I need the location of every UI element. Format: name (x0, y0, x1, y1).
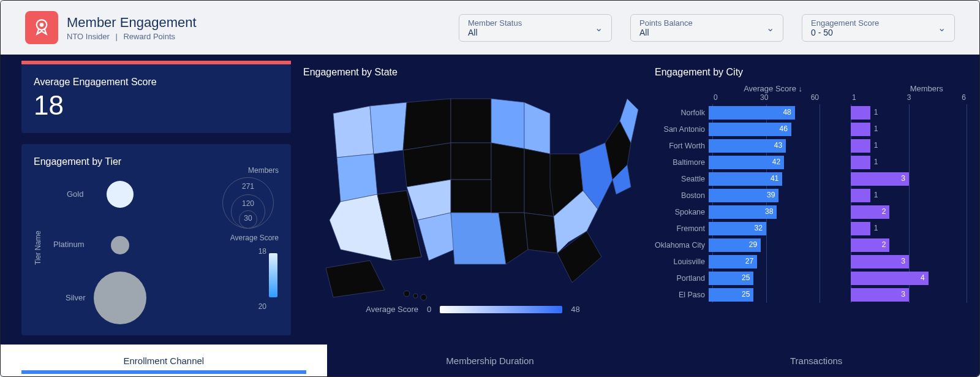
tier-axis-label: Tier Name (34, 173, 42, 322)
bubble-gold[interactable] (107, 181, 134, 208)
city-row[interactable]: El Paso253 (655, 286, 967, 303)
members-bar[interactable]: 3 (851, 172, 909, 186)
us-map-chart[interactable] (303, 84, 643, 305)
members-bar[interactable]: 4 (851, 272, 929, 285)
map-legend-max: 48 (571, 305, 579, 314)
city-row[interactable]: Fremont321 (655, 220, 967, 237)
members-value: 2 (882, 207, 886, 216)
members-value: 3 (901, 174, 905, 183)
members-bar[interactable]: 1 (851, 189, 870, 202)
city-score-cell: 42 (709, 156, 816, 169)
city-title: Engagement by City (655, 67, 967, 78)
score-value: 48 (783, 108, 791, 116)
members-bar[interactable]: 1 (851, 123, 870, 136)
city-members-cell: 3 (851, 255, 967, 268)
score-bar[interactable]: 48 (709, 106, 795, 120)
members-bar[interactable]: 2 (851, 238, 889, 252)
city-members-cell: 3 (851, 288, 967, 302)
axis-tick: 30 (760, 93, 768, 102)
members-value: 3 (901, 290, 905, 299)
score-bar[interactable]: 29 (709, 238, 761, 252)
filter-member-status[interactable]: Member Status All ⌄ (459, 14, 612, 42)
tier-label-silver: Silver (66, 293, 86, 302)
map-legend: Average Score 0 48 (303, 305, 643, 314)
score-value: 41 (771, 174, 778, 183)
tab-transactions[interactable]: Transactions (653, 345, 979, 376)
score-bar[interactable]: 25 (709, 272, 753, 285)
score-value: 25 (742, 273, 750, 282)
score-bar[interactable]: 42 (709, 156, 784, 169)
city-row[interactable]: Fort Worth431 (655, 137, 967, 154)
score-bar[interactable]: 38 (709, 205, 777, 219)
tab-enrollment-channel[interactable]: Enrollment Channel (1, 345, 327, 376)
members-value: 1 (874, 158, 878, 166)
city-members-cell: 1 (851, 156, 967, 169)
score-bar[interactable]: 46 (709, 123, 791, 136)
app-badge-icon (25, 11, 58, 44)
tier-title: Engagement by Tier (34, 156, 279, 167)
city-score-cell: 27 (709, 255, 816, 268)
city-axis: 0 30 60 1 3 6 (655, 93, 967, 102)
bubble-silver[interactable] (94, 272, 146, 324)
score-bar[interactable]: 27 (709, 255, 757, 268)
tier-bubble-chart[interactable]: Gold Platinum Silver (42, 173, 217, 322)
score-value: 46 (780, 124, 788, 133)
city-header: Average Score ↓ Members (655, 84, 967, 93)
city-row[interactable]: Seattle413 (655, 170, 967, 187)
city-name: Louisville (655, 257, 709, 266)
city-members-cell: 1 (851, 106, 967, 120)
chevron-down-icon: ⌄ (938, 22, 946, 34)
city-row[interactable]: Louisville273 (655, 253, 967, 270)
city-row[interactable]: Norfolk481 (655, 104, 967, 121)
city-members-cell: 1 (851, 139, 967, 153)
score-bar[interactable]: 32 (709, 222, 766, 235)
members-bar[interactable]: 1 (851, 139, 870, 153)
city-members-cell: 2 (851, 205, 967, 219)
city-name: Spokane (655, 208, 709, 216)
filter-engagement-score[interactable]: Engagement Score 0 - 50 ⌄ (802, 14, 955, 42)
ring-label: 271 (222, 182, 274, 191)
page-title-block: Member Engagement NTO Insider | Reward P… (67, 15, 197, 41)
subtitle-a: NTO Insider (67, 32, 110, 41)
city-row[interactable]: San Antonio461 (655, 121, 967, 137)
members-value: 4 (921, 273, 925, 282)
members-bar[interactable]: 1 (851, 222, 870, 235)
score-bar[interactable]: 25 (709, 288, 753, 302)
members-bar[interactable]: 1 (851, 156, 870, 169)
axis-tick: 60 (811, 93, 819, 102)
members-value: 1 (874, 191, 878, 199)
city-name: Norfolk (655, 109, 709, 117)
chevron-down-icon: ⌄ (595, 22, 603, 34)
gradient-top-label: 18 (258, 247, 266, 256)
city-score-cell: 38 (709, 205, 816, 219)
city-row[interactable]: Boston391 (655, 187, 967, 204)
score-bar[interactable]: 43 (709, 139, 786, 153)
city-score-cell: 41 (709, 172, 816, 186)
axis-tick: 6 (962, 93, 966, 102)
city-score-cell: 39 (709, 189, 816, 202)
score-value: 27 (745, 257, 753, 265)
members-bar[interactable]: 3 (851, 255, 909, 268)
city-row[interactable]: Oklahoma City292 (655, 237, 967, 253)
filter-points-balance[interactable]: Points Balance All ⌄ (630, 14, 783, 42)
score-bar[interactable]: 41 (709, 172, 782, 186)
members-bar[interactable]: 2 (851, 205, 889, 219)
map-legend-label: Average Score (366, 305, 418, 314)
accent-bar (21, 61, 291, 64)
city-members-cell: 4 (851, 272, 967, 285)
city-row[interactable]: Spokane382 (655, 204, 967, 220)
city-row[interactable]: Baltimore421 (655, 154, 967, 170)
members-bar[interactable]: 1 (851, 106, 870, 120)
tab-membership-duration[interactable]: Membership Duration (327, 345, 654, 376)
bubble-platinum[interactable] (111, 236, 129, 254)
city-header-score[interactable]: Average Score ↓ (655, 84, 805, 93)
city-members-cell: 1 (851, 222, 967, 235)
members-bar[interactable]: 3 (851, 288, 909, 302)
city-header-members[interactable]: Members (886, 84, 968, 93)
header-bar: Member Engagement NTO Insider | Reward P… (1, 1, 979, 55)
filter-value: 0 - 50 (811, 28, 938, 37)
score-bar[interactable]: 39 (709, 189, 778, 202)
city-bar-chart[interactable]: Norfolk481San Antonio461Fort Worth431Bal… (655, 104, 967, 303)
svg-point-2 (404, 291, 410, 297)
city-row[interactable]: Portland254 (655, 270, 967, 286)
